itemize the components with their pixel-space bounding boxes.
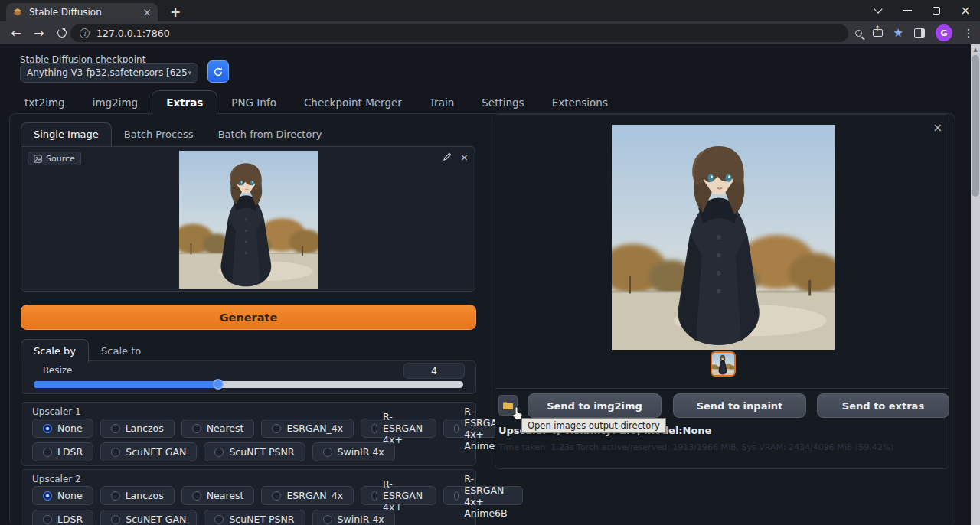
forward-button[interactable]: →	[28, 26, 51, 41]
search-icon[interactable]	[855, 30, 862, 37]
radio-esrgan-4x[interactable]: ESRGAN_4x	[261, 419, 354, 438]
source-image[interactable]	[179, 151, 318, 289]
tab-search-button[interactable]	[864, 0, 893, 21]
slider-fill	[34, 381, 218, 388]
tab-extensions[interactable]: Extensions	[538, 91, 622, 114]
url-text[interactable]: 127.0.0.1:7860	[96, 28, 170, 39]
upscaler2-row1: None Lanczos Nearest ESRGAN_4x R-ESRGAN …	[32, 486, 523, 505]
checkpoint-refresh-button[interactable]	[207, 60, 229, 83]
side-panel-icon[interactable]	[914, 28, 925, 38]
hand-cursor-icon	[511, 406, 524, 421]
scale-tab-bar: Scale by Scale to	[21, 339, 153, 363]
new-tab-button[interactable]: +	[170, 5, 181, 20]
divider	[495, 388, 949, 389]
radio-icon	[272, 424, 281, 433]
radio-icon	[43, 491, 52, 501]
radio-swinir-4x[interactable]: SwinIR 4x	[312, 442, 395, 461]
slider-thumb[interactable]	[213, 379, 224, 390]
reload-button[interactable]	[57, 28, 67, 38]
radio-ldsr[interactable]: LDSR	[32, 510, 93, 525]
radio-swinir-4x[interactable]: SwinIR 4x	[312, 510, 395, 525]
tab-png-info[interactable]: PNG Info	[217, 91, 290, 114]
chevron-down-icon: ▾	[188, 69, 191, 77]
send-to-extras-button[interactable]: Send to extras	[817, 393, 949, 418]
resize-slider[interactable]	[34, 381, 463, 388]
radio-icon	[371, 424, 377, 433]
radio-icon	[192, 424, 201, 433]
minimize-icon	[903, 10, 912, 11]
checkpoint-dropdown[interactable]: Anything-V3-fp32.safetensors [625a2ba2] …	[20, 63, 198, 83]
browser-tab[interactable]: Stable Diffusion ×	[6, 3, 158, 21]
chevron-down-icon	[874, 5, 882, 13]
scrollbar-thumb[interactable]	[972, 55, 979, 197]
radio-icon	[43, 515, 52, 524]
generate-button[interactable]: Generate	[21, 305, 476, 330]
profile-avatar[interactable]: G	[936, 24, 952, 41]
radio-icon	[214, 448, 224, 457]
tab-settings[interactable]: Settings	[468, 91, 537, 114]
radio-icon	[454, 491, 459, 501]
subtab-batch-process[interactable]: Batch Process	[112, 123, 206, 145]
result-image[interactable]	[612, 125, 835, 350]
thumbnail-image	[712, 353, 734, 375]
menu-dots-icon[interactable]: ⋮	[963, 27, 974, 39]
radio-icon	[43, 424, 52, 433]
radio-nearest[interactable]: Nearest	[181, 419, 255, 438]
toolbar-actions: ★ G ⋮	[855, 23, 974, 43]
extras-tab-panel: Single Image Batch Process Batch from Di…	[9, 113, 956, 525]
bookmark-star-icon[interactable]: ★	[893, 26, 903, 40]
subtab-batch-from-directory[interactable]: Batch from Directory	[206, 123, 335, 145]
radio-r-esrgan-4x[interactable]: R-ESRGAN 4x+	[361, 419, 436, 438]
radio-lanczos[interactable]: Lanczos	[100, 419, 175, 438]
minimize-button[interactable]	[893, 0, 922, 21]
upscaler2-block: Upscaler 2 None Lanczos Nearest ESRGAN_4…	[21, 469, 476, 525]
window-close-button[interactable]: ×	[951, 0, 980, 21]
radio-scunet-psnr[interactable]: ScuNET PSNR	[204, 442, 305, 461]
subtab-single-image[interactable]: Single Image	[21, 122, 112, 146]
radio-scunet-gan[interactable]: ScuNET GAN	[100, 510, 197, 525]
send-to-inpaint-button[interactable]: Send to inpaint	[673, 393, 806, 418]
radio-r-esrgan-anime6b[interactable]: R-ESRGAN 4x+ Anime6B	[443, 486, 522, 505]
maximize-button[interactable]	[922, 0, 951, 21]
radio-icon	[111, 515, 120, 524]
radio-scunet-gan[interactable]: ScuNET GAN	[100, 442, 197, 461]
share-icon[interactable]	[873, 29, 883, 37]
source-chip: Source	[28, 152, 81, 165]
radio-icon	[371, 491, 377, 501]
send-to-img2img-button[interactable]: Send to img2img	[528, 393, 662, 418]
resize-number-input[interactable]: 4	[403, 363, 465, 379]
tab-extras[interactable]: Extras	[152, 90, 217, 115]
radio-icon	[323, 448, 332, 457]
tab-train[interactable]: Train	[416, 91, 468, 114]
radio-esrgan-4x[interactable]: ESRGAN_4x	[261, 486, 354, 505]
tab-checkpoint-merger[interactable]: Checkpoint Merger	[290, 91, 416, 114]
site-info-icon[interactable]: i	[80, 28, 90, 38]
tab-close-icon[interactable]: ×	[142, 7, 152, 18]
tab-scale-by[interactable]: Scale by	[21, 339, 89, 363]
radio-r-esrgan-4x[interactable]: R-ESRGAN 4x+	[361, 486, 436, 505]
back-button[interactable]: ←	[5, 26, 28, 41]
radio-nearest[interactable]: Nearest	[181, 486, 255, 505]
radio-scunet-psnr[interactable]: ScuNET PSNR	[204, 510, 305, 525]
radio-icon	[111, 424, 120, 433]
radio-lanczos[interactable]: Lanczos	[100, 486, 175, 505]
maximize-icon	[933, 7, 940, 15]
tab-scale-to[interactable]: Scale to	[89, 340, 153, 362]
tab-img2img[interactable]: img2img	[79, 91, 152, 114]
tab-txt2img[interactable]: txt2img	[11, 91, 79, 114]
page-scrollbar[interactable]: ▲	[971, 44, 980, 525]
gallery-thumbnail[interactable]	[710, 351, 736, 377]
gallery-close-icon[interactable]: ×	[933, 121, 942, 135]
radio-icon	[111, 448, 120, 457]
source-image-dropzone[interactable]: Source ×	[21, 146, 475, 292]
radio-ldsr[interactable]: LDSR	[32, 442, 93, 461]
source-actions: ×	[443, 152, 469, 163]
radio-none[interactable]: None	[32, 486, 93, 505]
radio-none[interactable]: None	[32, 419, 93, 438]
radio-icon	[323, 515, 332, 524]
clear-image-icon[interactable]: ×	[460, 152, 469, 163]
edit-pencil-icon[interactable]	[443, 152, 452, 161]
scrollbar-up-arrow[interactable]: ▲	[971, 44, 980, 54]
url-bar[interactable]: i 127.0.0.1:7860	[70, 24, 848, 42]
upscaler1-label: Upscaler 1	[32, 406, 81, 417]
